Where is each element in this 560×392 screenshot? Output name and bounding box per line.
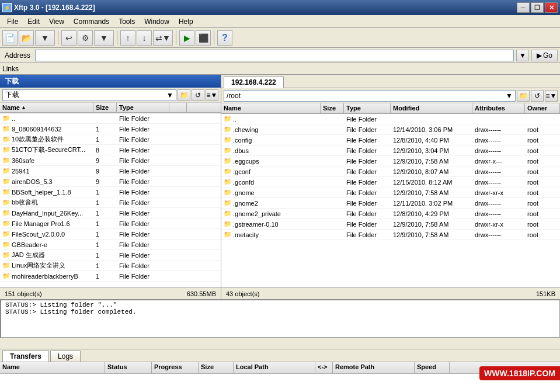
left-file-list[interactable]: Name ▲ Size Type 📁 .. File Folder 📁 9_08…: [0, 103, 221, 287]
list-item[interactable]: 📁 25941 9 File Folder: [0, 166, 221, 176]
address-dropdown-button[interactable]: ▼: [516, 50, 529, 61]
menu-commands[interactable]: Commands: [69, 16, 114, 27]
file-name: 51CTO下载-SecureCRT...: [12, 145, 85, 154]
file-name: .chewing: [233, 126, 258, 133]
minimize-button[interactable]: ─: [517, 2, 530, 13]
left-total-size: 630.55MB: [187, 290, 216, 297]
t-col-speed: Speed: [415, 362, 450, 373]
r-col-size[interactable]: Size: [321, 103, 344, 113]
menu-edit[interactable]: Edit: [23, 16, 44, 27]
restore-button[interactable]: ❐: [531, 2, 544, 13]
right-panel-tab[interactable]: 192.168.4.222: [224, 77, 284, 88]
list-item[interactable]: 📁 File Manager Pro1.6 1 File Folder: [0, 218, 221, 229]
help-button[interactable]: ?: [217, 30, 232, 46]
file-size: 9: [93, 178, 117, 186]
right-path-dropdown[interactable]: /root ▼: [224, 90, 516, 102]
list-item[interactable]: 📁 .gconfd File Folder 12/15/2010, 8:12 A…: [221, 177, 560, 188]
col-name[interactable]: Name ▲: [0, 103, 93, 112]
menu-window[interactable]: Window: [140, 16, 174, 27]
t-col-arrow: <->: [315, 362, 333, 373]
list-item[interactable]: 📁 360safe 9 File Folder: [0, 155, 221, 166]
right-path-text: /root: [227, 92, 241, 100]
file-type: File Folder: [117, 188, 169, 196]
address-label: Address: [2, 51, 33, 60]
list-item[interactable]: 📁 DayHand_Input_26Key... 1 File Folder: [0, 208, 221, 218]
r-col-name[interactable]: Name: [221, 103, 321, 113]
r-col-attributes[interactable]: Attributes: [472, 103, 525, 113]
app-icon: ⚡: [2, 3, 12, 12]
new-session-button[interactable]: 📄: [2, 30, 18, 46]
sync-button[interactable]: ⇄▼: [153, 30, 173, 46]
list-item[interactable]: 📁 bb收音机 1 File Folder: [0, 197, 221, 208]
left-path-dropdown[interactable]: 下载 ▼: [2, 89, 176, 101]
list-item[interactable]: 📁 .eggcups File Folder 12/9/2010, 7:58 A…: [221, 156, 560, 166]
file-modified: 12/11/2010, 3:02 PM: [391, 199, 472, 207]
transfers-tab[interactable]: Transfers: [2, 351, 49, 362]
down-button[interactable]: ↓: [137, 30, 152, 46]
file-size: 1: [93, 272, 117, 280]
open-button[interactable]: 📂: [19, 30, 34, 46]
right-panel-status: 43 object(s) 151KB: [221, 287, 560, 299]
right-file-list[interactable]: Name Size Type Modified Attributes Owner…: [221, 103, 560, 287]
col-size[interactable]: Size: [93, 103, 117, 112]
properties-button[interactable]: ⚙: [78, 30, 93, 46]
menu-file[interactable]: File: [2, 16, 23, 27]
list-item[interactable]: 📁 9_080609144632 1 File Folder: [0, 124, 221, 134]
file-name: GBBeader-e: [12, 241, 47, 248]
r-col-modified[interactable]: Modified: [391, 103, 472, 113]
list-item[interactable]: 📁 .dbus File Folder 12/9/2010, 3:04 PM d…: [221, 145, 560, 156]
list-item[interactable]: 📁 .gnome File Folder 12/9/2010, 7:58 AM …: [221, 188, 560, 198]
list-item[interactable]: 📁 .config File Folder 12/8/2010, 4:40 PM…: [221, 135, 560, 145]
up-button[interactable]: ↑: [120, 30, 135, 46]
list-item[interactable]: 📁 GBBeader-e 1 File Folder: [0, 240, 221, 250]
undo-button[interactable]: ↩: [61, 30, 76, 46]
r-col-owner[interactable]: Owner: [525, 103, 560, 113]
list-item[interactable]: 📁 FileScout_v2.0.0.0 1 File Folder: [0, 229, 221, 240]
right-refresh[interactable]: ↺: [531, 90, 544, 102]
file-attrs: [472, 119, 525, 120]
folder-icon: 📁: [2, 178, 11, 185]
list-item[interactable]: 📁 51CTO下载-SecureCRT... 8 File Folder: [0, 145, 221, 155]
list-item[interactable]: 📁 .. File Folder: [221, 114, 560, 124]
list-item[interactable]: 📁 JAD 生成器 1 File Folder: [0, 250, 221, 261]
list-item[interactable]: 📁 .gstreamer-0.10 File Folder 12/9/2010,…: [221, 219, 560, 230]
file-name: mohireaderblackberryB: [12, 273, 78, 280]
left-view-toggle[interactable]: ≡▼: [206, 89, 218, 101]
right-view-toggle[interactable]: ≡▼: [545, 90, 558, 102]
address-input[interactable]: [35, 50, 514, 61]
list-item[interactable]: 📁 BBSoft_helper_1.1.8 1 File Folder: [0, 187, 221, 197]
list-item[interactable]: 📁 .gnome2_private File Folder 12/8/2010,…: [221, 209, 560, 219]
file-name: .config: [233, 137, 252, 144]
go-button[interactable]: ▶ Go: [531, 50, 558, 61]
folder-icon: 📁: [224, 220, 232, 228]
menu-tools[interactable]: Tools: [114, 16, 140, 27]
list-item[interactable]: 📁 .gnome2 File Folder 12/11/2010, 3:02 P…: [221, 198, 560, 209]
list-item[interactable]: 📁 .gconf File Folder 12/9/2010, 8:07 AM …: [221, 166, 560, 177]
list-item[interactable]: 📁 .chewing File Folder 12/14/2010, 3:06 …: [221, 124, 560, 135]
list-item[interactable]: 📁 .metacity File Folder 12/9/2010, 7:58 …: [221, 230, 560, 240]
disconnect-button[interactable]: ⬛: [196, 30, 211, 46]
folder-icon: 📁: [2, 146, 11, 154]
logs-tab[interactable]: Logs: [50, 351, 81, 362]
list-item[interactable]: 📁 mohireaderblackberryB 1 File Folder: [0, 271, 221, 282]
menu-view[interactable]: View: [44, 16, 69, 27]
list-item[interactable]: 📁 Linux网络安全讲义 1 File Folder: [0, 261, 221, 271]
file-type: File Folder: [117, 146, 169, 154]
list-item[interactable]: 📁 .. File Folder: [0, 113, 221, 124]
col-type[interactable]: Type: [117, 103, 169, 112]
menu-help[interactable]: Help: [174, 16, 198, 27]
file-size: [321, 129, 344, 130]
file-attrs: drwx------: [472, 178, 525, 186]
list-item[interactable]: 📁 airenDOS_5.3 9 File Folder: [0, 176, 221, 187]
connect-button[interactable]: ▶: [179, 30, 194, 46]
right-nav-up[interactable]: 📁: [517, 90, 530, 102]
list-item[interactable]: 📁 10款黑董必装软件 1 File Folder: [0, 134, 221, 145]
file-size: 1: [93, 241, 117, 249]
dropdown-button[interactable]: ▼: [35, 30, 55, 46]
left-nav-up[interactable]: 📁: [178, 89, 190, 101]
left-refresh[interactable]: ↺: [192, 89, 204, 101]
close-button[interactable]: ✕: [545, 2, 558, 13]
r-col-type[interactable]: Type: [344, 103, 391, 113]
file-name: .gconf: [233, 168, 251, 175]
view-dropdown[interactable]: ▼: [94, 30, 114, 46]
